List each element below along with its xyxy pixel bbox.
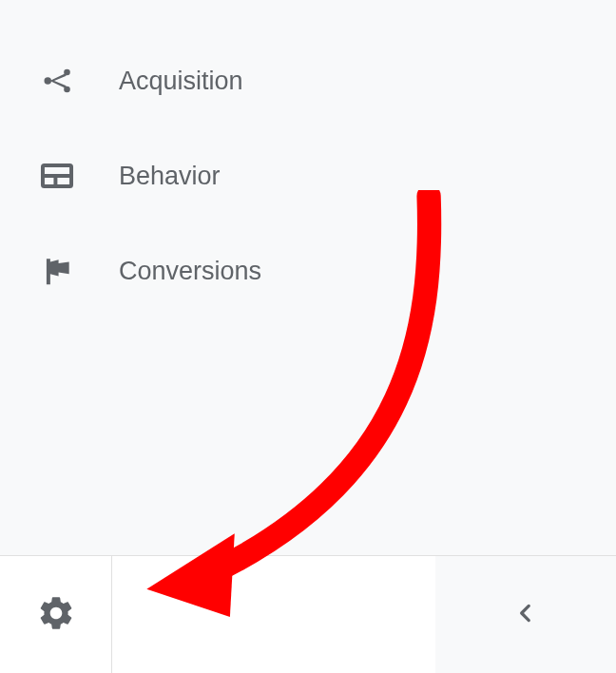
settings-button[interactable] [0,556,112,673]
acquisition-icon [38,62,76,100]
conversions-icon [38,252,76,290]
gear-icon [36,593,76,637]
svg-point-2 [45,77,52,85]
sidebar-item-conversions[interactable]: Conversions [38,223,616,318]
bottom-bar [0,555,616,673]
sidebar-nav: Acquisition Behavior Conversions [0,0,616,318]
sidebar-item-label: Acquisition [119,67,243,96]
behavior-icon [38,157,76,195]
sidebar-item-label: Behavior [119,162,221,191]
sidebar-item-acquisition[interactable]: Acquisition [38,33,616,128]
chevron-left-icon [513,601,538,629]
sidebar-item-behavior[interactable]: Behavior [38,128,616,223]
sidebar-item-label: Conversions [119,257,261,286]
collapse-button[interactable] [435,556,616,673]
